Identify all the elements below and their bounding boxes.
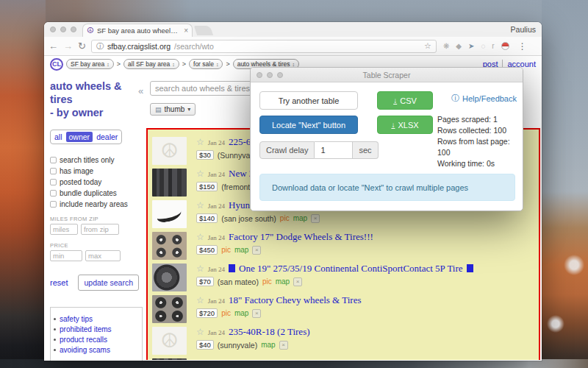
- chrome-menu-icon[interactable]: ⋮: [518, 41, 527, 52]
- checkbox-has-image[interactable]: has image: [50, 167, 143, 175]
- pic-link[interactable]: pic: [262, 277, 272, 286]
- hide-icon[interactable]: ×: [293, 277, 302, 286]
- bookmark-star-icon[interactable]: ☆: [424, 41, 431, 51]
- checkbox[interactable]: [50, 168, 57, 174]
- crawl-delay-label: Crawl delay: [259, 141, 315, 159]
- favorite-star-icon[interactable]: ☆: [196, 232, 204, 242]
- checkbox-posted-today[interactable]: posted today: [50, 178, 143, 186]
- checkbox-bundle-duplicates[interactable]: bundle duplicates: [50, 189, 143, 197]
- listing-title-link[interactable]: One 19" 275/35/19 Continental ContiSport…: [239, 263, 463, 275]
- crawl-delay-input[interactable]: [315, 141, 353, 159]
- map-link[interactable]: map: [276, 277, 290, 286]
- tab-all[interactable]: all: [54, 132, 62, 141]
- help-feedback-label: Help/Feedback: [462, 94, 517, 103]
- listing-row[interactable]: ☮ ☆Jan 24235-40R-18 (2 Tires) $40(sunnyv…: [152, 325, 534, 356]
- pic-link[interactable]: pic: [221, 309, 231, 317]
- update-search-button[interactable]: update search: [78, 275, 139, 291]
- scrape-stats: Pages scraped: 1 Rows collected: 100 Row…: [437, 114, 520, 169]
- tab-owner-selected[interactable]: owner: [66, 132, 93, 142]
- map-link[interactable]: map: [261, 341, 275, 349]
- view-mode-dropdown[interactable]: ▤ thumb ▾: [150, 103, 196, 116]
- favorite-star-icon[interactable]: ☆: [196, 327, 204, 337]
- tab-close-icon[interactable]: ×: [184, 26, 188, 35]
- window-traffic-lights[interactable]: [257, 72, 283, 78]
- price-max-input[interactable]: [85, 250, 121, 261]
- listing-thumbnail-placeholder[interactable]: ☮: [152, 137, 187, 165]
- table-scraper-extension-icon[interactable]: [501, 42, 509, 50]
- scraper-window-title: Table Scraper: [251, 68, 523, 82]
- reset-link[interactable]: reset: [50, 278, 68, 287]
- listing-thumbnail-chevy-wheels[interactable]: [152, 295, 187, 323]
- browser-tab[interactable]: ☮ SF bay area auto wheels & tires ×: [82, 24, 193, 37]
- hide-icon[interactable]: ×: [252, 246, 261, 255]
- zip-input[interactable]: [81, 224, 119, 235]
- listing-row[interactable]: ☆Jan 24Factory 17" Dodge Wheels & Tires!…: [152, 230, 534, 261]
- download-xlsx-button[interactable]: ↓ XLSX: [377, 116, 433, 134]
- listing-title-link[interactable]: 235-40R-18 (2 Tires): [229, 326, 310, 338]
- crumb-select-area[interactable]: SF bay area ↕: [66, 59, 114, 69]
- crumb-select-section[interactable]: for sale ↕: [189, 59, 223, 69]
- checkbox[interactable]: [50, 179, 57, 185]
- hide-icon[interactable]: ×: [252, 309, 261, 318]
- extension-pointer-icon[interactable]: ➤: [468, 43, 474, 50]
- back-icon[interactable]: ←: [49, 41, 58, 51]
- listing-thumbnail-tires[interactable]: [152, 169, 187, 197]
- favorite-star-icon[interactable]: ☆: [196, 295, 204, 305]
- try-another-table-button[interactable]: Try another table: [259, 91, 358, 110]
- extension-snowflake-icon[interactable]: ❋: [443, 43, 449, 50]
- prohibited-items-link[interactable]: prohibited items: [60, 325, 112, 333]
- product-recalls-link[interactable]: product recalls: [60, 336, 107, 344]
- extension-r-icon[interactable]: r: [492, 43, 494, 50]
- extension-drop-icon[interactable]: ◆: [456, 43, 462, 50]
- map-link[interactable]: map: [234, 309, 248, 317]
- reload-icon[interactable]: ↻: [78, 41, 86, 51]
- collapse-sidebar-icon[interactable]: «: [138, 85, 143, 96]
- price-badge: $40: [196, 340, 214, 350]
- avoiding-scams-link[interactable]: avoiding scams: [60, 346, 110, 354]
- checkbox[interactable]: [50, 201, 57, 208]
- listing-thumbnail-tire[interactable]: [152, 263, 187, 291]
- tab-dealer[interactable]: dealer: [96, 132, 118, 141]
- favorite-star-icon[interactable]: ☆: [196, 263, 204, 274]
- map-link[interactable]: map: [234, 246, 248, 254]
- address-bar[interactable]: ⓘ sfbay.craigslist.org /search/wto ☆: [91, 40, 437, 53]
- miles-input[interactable]: [50, 224, 78, 235]
- listing-title-link[interactable]: Factory 17" Dodge Wheels & Tires!!!: [229, 231, 373, 243]
- listing-thumbnail-wheels[interactable]: [152, 232, 187, 260]
- locate-next-button[interactable]: Locate "Next" button: [259, 116, 358, 134]
- list-item: prohibited items: [54, 325, 137, 333]
- listing-thumbnail-part[interactable]: [152, 200, 187, 228]
- hide-icon[interactable]: ×: [279, 341, 288, 350]
- safety-tips-link[interactable]: safety tips: [60, 315, 93, 323]
- scraper-titlebar[interactable]: Table Scraper: [251, 68, 523, 82]
- window-traffic-lights[interactable]: [50, 26, 76, 32]
- listing-date: Jan 24: [208, 266, 225, 273]
- listing-title-link[interactable]: 18" Factory Chevy wheels & Tires: [229, 294, 361, 306]
- checkbox-include-nearby[interactable]: include nearby areas: [50, 200, 143, 208]
- crumb-select-subarea[interactable]: all SF bay area ↕: [123, 59, 179, 69]
- hide-icon[interactable]: ×: [311, 214, 320, 223]
- checkbox-label: has image: [60, 167, 93, 175]
- checkbox[interactable]: [50, 190, 57, 197]
- pic-link[interactable]: pic: [280, 214, 290, 222]
- favorite-star-icon[interactable]: ☆: [196, 137, 204, 147]
- pic-link[interactable]: pic: [221, 246, 231, 254]
- favorite-star-icon[interactable]: ☆: [196, 169, 204, 179]
- help-feedback-link[interactable]: ⓘ Help/Feedback: [451, 93, 517, 104]
- favorite-star-icon[interactable]: ☆: [196, 200, 204, 210]
- listing-row[interactable]: ☆Jan 24One 19" 275/35/19 Continental Con…: [152, 262, 534, 293]
- download-csv-button[interactable]: ↓ CSV: [377, 91, 433, 110]
- page-info-icon[interactable]: ⓘ: [96, 41, 104, 52]
- listing-row[interactable]: ☆Jan 2418" Factory Chevy wheels & Tires …: [152, 294, 534, 325]
- map-link[interactable]: map: [293, 214, 307, 222]
- listing-thumbnail-placeholder[interactable]: ☮: [152, 327, 187, 355]
- checkbox[interactable]: [50, 157, 57, 163]
- new-tab-button[interactable]: [194, 26, 213, 35]
- price-min-input[interactable]: [50, 250, 82, 261]
- craigslist-logo[interactable]: CL: [50, 58, 63, 71]
- extension-swirl-icon[interactable]: ◌: [481, 43, 485, 50]
- checkbox-search-titles[interactable]: search titles only: [50, 156, 143, 164]
- forward-icon[interactable]: →: [63, 41, 73, 51]
- profile-name[interactable]: Paulius: [511, 25, 536, 34]
- blue-block-glyph: [229, 264, 235, 272]
